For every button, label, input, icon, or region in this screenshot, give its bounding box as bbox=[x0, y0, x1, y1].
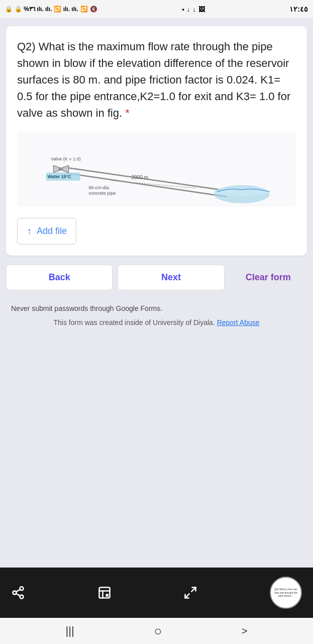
wifi-icon: 🔁 bbox=[80, 6, 88, 13]
nav-back-button[interactable]: > bbox=[228, 620, 262, 641]
dot-icon: • bbox=[182, 6, 184, 13]
svg-text:2000 m: 2000 m bbox=[132, 175, 148, 180]
expand-icon[interactable] bbox=[183, 586, 197, 600]
question-card: Q2) What is the maximum flow rate throug… bbox=[6, 26, 307, 256]
question-body: Q2) What is the maximum flow rate throug… bbox=[17, 40, 290, 119]
nav-recent-button[interactable]: ||| bbox=[52, 620, 88, 641]
signal-icons: ılı. ılı. bbox=[63, 6, 78, 13]
svg-text:concrete pipe: concrete pipe bbox=[89, 191, 116, 196]
android-nav-bar: ||| ○ > bbox=[0, 618, 313, 644]
diagram-svg: Valve (K = 1.0) Water 15°C 2000 m 80-cm-… bbox=[17, 131, 296, 207]
valve-label: Valve (K = 1.0) bbox=[51, 156, 81, 162]
status-right-icons: • ↓ ↓ 🖼 bbox=[182, 6, 205, 13]
back-button[interactable]: Back bbox=[6, 265, 113, 290]
main-content: Q2) What is the maximum flow rate throug… bbox=[0, 18, 313, 568]
diagram-container: Valve (K = 1.0) Water 15°C 2000 m 80-cm-… bbox=[17, 131, 296, 207]
share-icon[interactable] bbox=[11, 586, 25, 600]
screenshot-icon: 🖼 bbox=[198, 6, 205, 13]
bottom-bar: Q2) What is the max flow rate through th… bbox=[0, 568, 313, 618]
report-abuse-link[interactable]: Report Abuse bbox=[217, 318, 260, 327]
footer-section: Never submit passwords through Google Fo… bbox=[6, 299, 307, 330]
status-left-icons: 🔒 🔒 %٣٦ ılı. ılı. 🔁 ılı. ılı. 🔁 🔇 bbox=[5, 6, 97, 13]
created-by-text: This form was created inside of Universi… bbox=[11, 318, 302, 327]
never-submit-text: Never submit passwords through Google Fo… bbox=[11, 304, 302, 312]
svg-text:80-cm-dia.: 80-cm-dia. bbox=[89, 185, 111, 190]
upload-icon: ↑ bbox=[27, 225, 32, 237]
add-file-label: Add file bbox=[37, 226, 67, 236]
status-bar: 🔒 🔒 %٣٦ ılı. ılı. 🔁 ılı. ılı. 🔁 🔇 • ↓ ↓ … bbox=[0, 0, 313, 18]
battery-percent: 🔒 %٣٦ ılı. ılı. 🔁 bbox=[15, 6, 61, 13]
created-by-label: This form was created inside of Universi… bbox=[53, 318, 215, 327]
clear-form-button[interactable]: Clear form bbox=[230, 265, 307, 290]
lock-icon: 🔒 bbox=[5, 6, 13, 13]
nav-back-icon: > bbox=[242, 625, 248, 636]
thumbnail-preview[interactable]: Q2) What is the max flow rate through th… bbox=[270, 577, 302, 609]
svg-text:Water 15°C: Water 15°C bbox=[48, 174, 72, 179]
nav-recent-icon: ||| bbox=[66, 624, 74, 637]
svg-point-13 bbox=[215, 188, 270, 196]
required-star: * bbox=[125, 107, 130, 119]
question-text: Q2) What is the maximum flow rate throug… bbox=[17, 38, 296, 121]
download-icon2: ↓ bbox=[192, 6, 196, 13]
status-time: ١٢:٤٥ bbox=[289, 5, 308, 13]
edit-icon[interactable] bbox=[97, 586, 112, 600]
add-file-button[interactable]: ↑ Add file bbox=[17, 218, 76, 245]
action-buttons-row: Back Next Clear form bbox=[6, 263, 307, 292]
svg-line-18 bbox=[16, 590, 20, 592]
svg-line-17 bbox=[16, 594, 20, 596]
next-button[interactable]: Next bbox=[118, 265, 224, 290]
sound-icon: 🔇 bbox=[90, 6, 97, 13]
download-icon1: ↓ bbox=[187, 6, 190, 13]
nav-home-button[interactable]: ○ bbox=[140, 619, 176, 643]
nav-home-icon: ○ bbox=[154, 623, 162, 638]
